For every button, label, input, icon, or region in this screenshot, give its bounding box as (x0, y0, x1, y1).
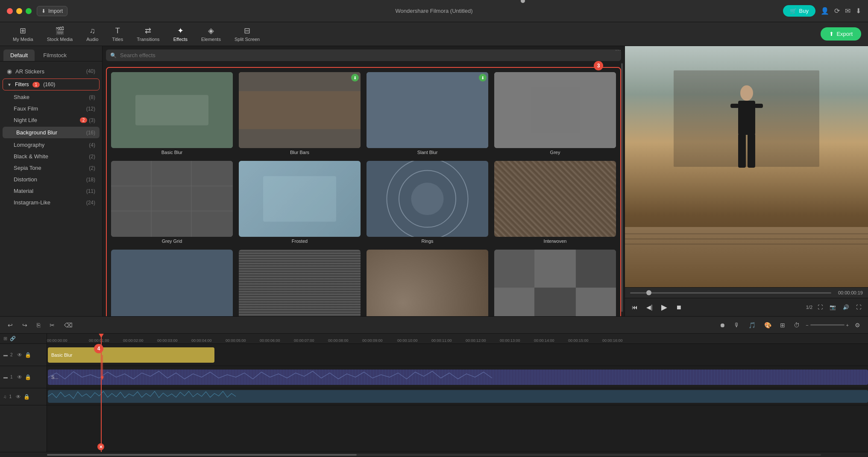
sidebar-item-sepia-tone[interactable]: Sepia Tone (2) (0, 162, 102, 174)
play-button[interactable]: ▶ (660, 301, 669, 314)
toolbar-elements[interactable]: ◈ Elements (195, 24, 227, 44)
user-icon[interactable]: 👤 (821, 7, 829, 15)
cut-button[interactable]: ✂ (47, 320, 57, 330)
copy-button[interactable]: ⎘ (34, 320, 43, 330)
effect-slant-blur[interactable]: ⬇ Slant Blur (365, 70, 490, 157)
settings-icon[interactable]: ⚙ (852, 320, 863, 330)
sepia-tone-count: (2) (89, 165, 95, 171)
sync-icon[interactable]: ⟳ (834, 7, 840, 15)
effects-search-input[interactable] (120, 52, 617, 58)
toolbar-stock-media[interactable]: 🎬 Stock Media (41, 24, 79, 44)
sidebar-item-background-blur[interactable]: Background Blur (16) (3, 127, 100, 138)
sepia-tone-label: Sepia Tone (14, 165, 89, 171)
ruler-mark-0: 00:00:00:00 (47, 338, 67, 343)
track-2-video-icon: ▬ (3, 352, 8, 357)
import-button[interactable]: ⬇ Import (37, 6, 67, 16)
audio-block[interactable] (48, 390, 868, 403)
material-count: (11) (86, 188, 95, 194)
voiceover-button[interactable]: 🎙 (731, 320, 742, 330)
video-block[interactable]: S... (48, 370, 868, 385)
effect-diamonds[interactable]: Diamonds (109, 248, 235, 316)
effect-grey[interactable]: Grey (493, 70, 618, 157)
tab-default[interactable]: Default (3, 49, 35, 61)
sidebar-item-shake[interactable]: Shake (8) (0, 91, 102, 103)
effect-frosted[interactable]: Frosted (237, 159, 362, 245)
effect-disc-1[interactable]: Disc 1 (365, 248, 490, 316)
zoom-slider[interactable] (810, 324, 845, 326)
stabilize-button[interactable]: ⊞ (777, 320, 788, 330)
horizontal-scrollbar-thumb[interactable] (47, 454, 357, 456)
buy-button[interactable]: 🛒 Buy (783, 5, 815, 17)
sidebar-item-instagram-like[interactable]: Instagram-Like (24) (0, 197, 102, 208)
toolbar-transitions[interactable]: ⇄ Transitions (131, 24, 165, 44)
ruler-mark-12: 00:00:12:00 (466, 338, 486, 343)
audio-icon: ♫ (3, 394, 7, 399)
effects-icon: ✦ (177, 26, 184, 35)
effect-label-basic-blur: Basic Blur (161, 150, 183, 155)
effect-basic-blur[interactable]: Basic Blur (109, 70, 235, 157)
maximize-button[interactable] (26, 8, 32, 14)
effect-label-rings: Rings (421, 239, 433, 244)
sidebar-item-black-white[interactable]: Black & White (2) (0, 151, 102, 162)
audio-eye-icon[interactable]: 👁 (16, 394, 21, 400)
audio-lock-icon[interactable]: 🔒 (23, 394, 30, 400)
sidebar-item-material[interactable]: Material (11) (0, 185, 102, 197)
effect-mosaic-2[interactable]: Mosaic 2 (493, 248, 618, 316)
sidebar-item-faux-film[interactable]: Faux Film (12) (0, 103, 102, 114)
toolbar-split-screen[interactable]: ⊟ Split Screen (229, 24, 266, 44)
preview-progress-slider[interactable] (630, 292, 831, 294)
scale-label: 1/2 (806, 305, 812, 310)
snapshot-icon[interactable]: 📷 (828, 303, 838, 312)
delete-button[interactable]: ⌫ (62, 320, 75, 330)
minimize-button[interactable] (16, 8, 22, 14)
timeline-body: ⊞ 🔗 ▬ 2 👁 🔒 ▬ 1 👁 🔒 ♫ 1 👁 � (0, 334, 868, 452)
grid-view-icon[interactable]: ⋯ (615, 47, 621, 54)
record-button[interactable]: ⏺ (717, 320, 728, 330)
color-button[interactable]: 🎨 (762, 320, 774, 330)
zoom-in-icon[interactable]: + (846, 323, 849, 328)
undo-button[interactable]: ↩ (5, 320, 15, 330)
toolbar-effects[interactable]: ✦ Effects (167, 24, 194, 44)
detach-audio-button[interactable]: 🎵 (746, 320, 758, 330)
transitions-icon: ⇄ (145, 26, 151, 35)
effect-block-basic-blur[interactable]: Basic Blur (48, 347, 214, 363)
my-media-label: My Media (13, 37, 33, 42)
effect-blur-bars[interactable]: ⬇ Blur Bars (237, 70, 362, 157)
sidebar-item-filters[interactable]: ▼ Filters 1 (160) (3, 79, 100, 90)
fullscreen-icon[interactable]: ⛶ (854, 303, 863, 312)
toolbar-my-media[interactable]: ⊞ My Media (7, 24, 39, 44)
svg-rect-4 (239, 129, 361, 148)
scroll-indicator[interactable] (621, 63, 623, 312)
audio-preview-icon[interactable]: 🔊 (841, 303, 851, 312)
step-back-button[interactable]: ◀| (645, 302, 654, 312)
redo-button[interactable]: ↪ (20, 320, 30, 330)
split-screen-icon: ⊟ (244, 26, 250, 35)
timeline-scrollbar (0, 452, 868, 457)
effect-interwoven[interactable]: Interwoven (493, 159, 618, 245)
stop-button[interactable]: ⏹ (674, 302, 683, 312)
track-1-lock-icon[interactable]: 🔒 (25, 374, 31, 380)
sidebar-item-ar-stickers[interactable]: ◉ AR Stickers (40) (0, 65, 102, 78)
zoom-out-icon[interactable]: − (806, 323, 808, 328)
toolbar-titles[interactable]: T Titles (106, 25, 129, 44)
sidebar-item-lomography[interactable]: Lomography (4) (0, 139, 102, 151)
fit-icon[interactable]: ⛶ (816, 303, 824, 312)
track-2-lock-icon[interactable]: 🔒 (25, 352, 31, 358)
tab-filmstock[interactable]: Filmstock (36, 49, 73, 61)
effect-rings[interactable]: Rings (365, 159, 490, 245)
horizontal-scrollbar-track[interactable] (47, 454, 821, 456)
sidebar-item-night-life[interactable]: Night Life 2 (3) (0, 114, 102, 126)
toolbar-audio[interactable]: ♫ Audio (80, 25, 104, 44)
sidebar-item-distortion[interactable]: Distortion (18) (0, 174, 102, 185)
skip-back-button[interactable]: ⏮ (630, 302, 639, 312)
track-1-eye-icon[interactable]: 👁 (17, 374, 22, 380)
download-icon[interactable]: ⬇ (856, 7, 861, 15)
export-button[interactable]: ⬆ Export (821, 27, 861, 41)
mail-icon[interactable]: ✉ (845, 7, 850, 15)
effect-static[interactable]: Static (237, 248, 362, 316)
effect-grey-grid[interactable]: Grey Grid (109, 159, 235, 245)
track-2-eye-icon[interactable]: 👁 (17, 352, 22, 358)
close-button[interactable] (7, 8, 13, 14)
speed-button[interactable]: ⏱ (791, 320, 802, 330)
download-badge-slant-blur: ⬇ (479, 74, 487, 82)
